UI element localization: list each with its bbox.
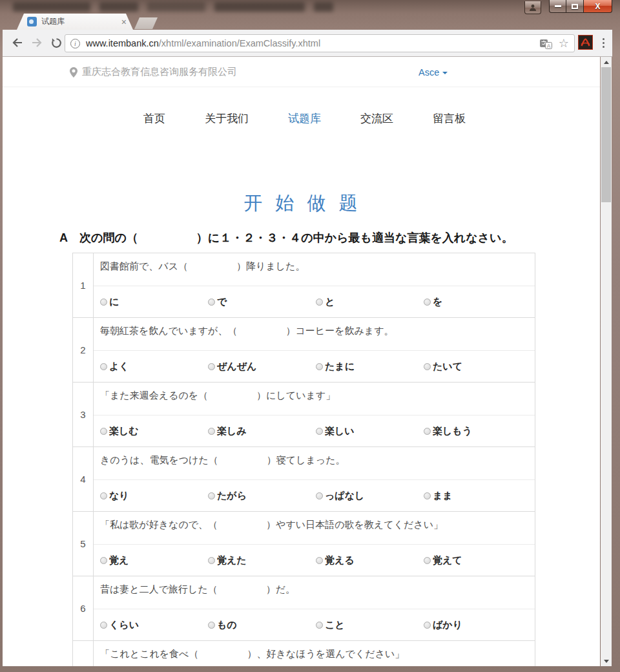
answer-label[interactable]: 覚えて: [433, 554, 462, 567]
answer-label[interactable]: 楽しもう: [433, 425, 472, 437]
close-button[interactable]: X: [584, 0, 612, 13]
company-name-text: 重庆志合教育信息咨询服务有限公司: [82, 66, 237, 78]
answer-option[interactable]: まま: [424, 490, 453, 502]
radio-button[interactable]: [208, 363, 215, 370]
answer-label[interactable]: たがら: [217, 490, 247, 502]
nav-item[interactable]: 留言板: [433, 111, 466, 126]
answer-option[interactable]: こと: [316, 619, 345, 631]
nav-item[interactable]: 试题库: [288, 111, 321, 126]
answer-label[interactable]: もの: [217, 619, 237, 631]
tab-close-icon[interactable]: ×: [120, 17, 128, 26]
page-info-icon[interactable]: i: [70, 39, 80, 48]
radio-button[interactable]: [424, 363, 431, 370]
answer-option[interactable]: を: [424, 296, 442, 308]
nav-item[interactable]: 首页: [143, 111, 165, 126]
address-bar[interactable]: i www.itembank.cn/xhtml/examination/Exam…: [65, 34, 575, 52]
answer-label[interactable]: 楽しい: [325, 425, 355, 437]
answer-label[interactable]: と: [325, 296, 335, 308]
radio-button[interactable]: [424, 299, 431, 306]
new-tab-button[interactable]: [134, 17, 158, 29]
browser-tab[interactable]: 试题库 ×: [17, 14, 133, 30]
answer-option[interactable]: もの: [208, 619, 237, 631]
answer-label[interactable]: なり: [109, 490, 129, 502]
radio-button[interactable]: [208, 492, 215, 499]
radio-button[interactable]: [100, 492, 107, 499]
radio-button[interactable]: [208, 428, 215, 435]
radio-button[interactable]: [316, 363, 323, 370]
answer-option[interactable]: 覚える: [316, 554, 355, 567]
answer-label[interactable]: ぜんぜん: [217, 361, 256, 373]
radio-button[interactable]: [208, 299, 215, 306]
radio-button[interactable]: [100, 363, 107, 370]
nav-item[interactable]: 交流区: [360, 111, 393, 126]
bookmark-star-icon[interactable]: ☆: [559, 37, 569, 49]
maximize-button[interactable]: [566, 0, 584, 13]
radio-button[interactable]: [424, 492, 431, 499]
question-body: 図書館前で、バス（ ）降りました。にでとを: [94, 253, 535, 317]
radio-button[interactable]: [100, 299, 107, 306]
answer-label[interactable]: っぱなし: [325, 490, 364, 502]
scrollbar-thumb[interactable]: [601, 67, 611, 202]
radio-button[interactable]: [208, 622, 215, 629]
back-button[interactable]: [10, 36, 25, 50]
answer-label[interactable]: 覚える: [325, 554, 355, 567]
answer-option[interactable]: 楽しい: [316, 425, 355, 437]
nav-item[interactable]: 关于我们: [205, 111, 249, 126]
answer-label[interactable]: たまに: [325, 361, 355, 373]
answer-option[interactable]: 覚えて: [424, 554, 462, 567]
answer-option[interactable]: に: [100, 296, 119, 308]
adobe-acrobat-extension-icon[interactable]: [578, 35, 593, 50]
radio-button[interactable]: [100, 557, 107, 564]
scroll-down-button[interactable]: [601, 656, 612, 666]
answer-label[interactable]: に: [109, 296, 119, 308]
answer-option[interactable]: たまに: [316, 361, 355, 373]
minimize-button[interactable]: [549, 0, 566, 13]
answer-option[interactable]: っぱなし: [316, 490, 364, 502]
answer-option[interactable]: 楽しみ: [208, 425, 247, 437]
answer-label[interactable]: こと: [325, 619, 345, 631]
radio-button[interactable]: [424, 428, 431, 435]
radio-button[interactable]: [100, 622, 107, 629]
answer-label[interactable]: よく: [109, 361, 129, 373]
reload-button[interactable]: [49, 36, 63, 50]
radio-button[interactable]: [424, 557, 431, 564]
radio-button[interactable]: [316, 428, 323, 435]
answer-label[interactable]: 覚えた: [217, 554, 247, 567]
answer-option[interactable]: 楽しもう: [424, 425, 472, 437]
radio-button[interactable]: [424, 622, 431, 629]
radio-button[interactable]: [316, 622, 323, 629]
browser-menu-button[interactable]: [599, 36, 608, 50]
answer-label[interactable]: まま: [433, 490, 453, 502]
radio-button[interactable]: [100, 428, 107, 435]
translate-icon[interactable]: A: [540, 38, 552, 49]
profile-button[interactable]: [524, 1, 541, 14]
answer-option[interactable]: ぜんぜん: [208, 361, 256, 373]
radio-button[interactable]: [316, 299, 323, 306]
answer-label[interactable]: を: [433, 296, 442, 308]
scroll-up-button[interactable]: [601, 57, 612, 67]
answer-label[interactable]: 楽しみ: [217, 425, 247, 437]
answer-label[interactable]: たいて: [433, 361, 462, 373]
answer-label[interactable]: 覚え: [109, 554, 129, 567]
answer-option[interactable]: 楽しむ: [100, 425, 139, 437]
answer-option[interactable]: なり: [100, 490, 129, 502]
radio-button[interactable]: [316, 492, 323, 499]
radio-button[interactable]: [316, 557, 323, 564]
answer-label[interactable]: ばかり: [433, 619, 462, 631]
answer-option[interactable]: と: [316, 296, 335, 308]
account-menu[interactable]: Asce: [418, 67, 448, 78]
answer-option[interactable]: たがら: [208, 490, 247, 502]
answer-label[interactable]: で: [217, 296, 227, 308]
answer-option[interactable]: 覚え: [100, 554, 129, 567]
answer-option[interactable]: ばかり: [424, 619, 462, 631]
answer-option[interactable]: よく: [100, 361, 129, 373]
answer-option[interactable]: たいて: [424, 361, 462, 373]
forward-button[interactable]: [30, 36, 44, 50]
answer-option[interactable]: くらい: [100, 619, 139, 631]
answer-option[interactable]: 覚えた: [208, 554, 247, 567]
answer-option[interactable]: で: [208, 296, 227, 308]
page-scrollbar[interactable]: [601, 57, 612, 666]
answer-label[interactable]: くらい: [109, 619, 139, 631]
answer-label[interactable]: 楽しむ: [109, 425, 139, 437]
radio-button[interactable]: [208, 557, 215, 564]
